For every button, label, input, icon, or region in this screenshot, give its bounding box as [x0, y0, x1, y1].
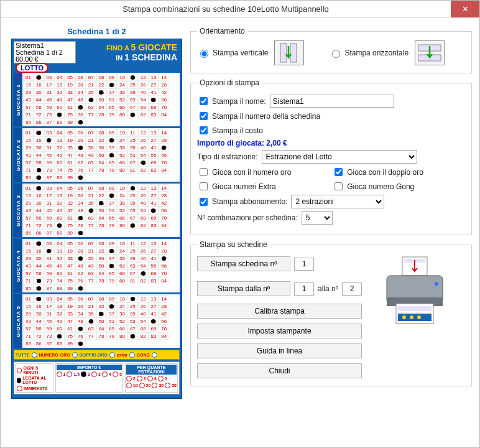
orient-vertical[interactable]: Stampa verticale — [197, 48, 268, 58]
abbonamento-check[interactable]: Stampa abbonamento: — [197, 196, 287, 208]
doppio-oro-check[interactable]: Gioca con il doppio oro — [332, 166, 463, 178]
print-options-group: Opzioni di stampa Stampa il nome: Stampa… — [190, 78, 472, 235]
svg-point-8 — [435, 282, 438, 286]
ticket-info: Sistema1 Schedina 1 di 2 60,00 € — [14, 41, 76, 63]
numero-oro-check[interactable]: Gioca con il numero oro — [197, 166, 328, 178]
ticket-footer: OGNI 5 MINUTI LEGATA AL LOTTO IMMEDIATA … — [14, 362, 180, 394]
close-button[interactable]: ✕ — [451, 1, 479, 17]
ticket-preview: Sistema1 Schedina 1 di 2 60,00 € FINO A … — [11, 39, 182, 399]
svg-rect-0 — [280, 44, 287, 62]
combinazioni-label: Nº combinazioni per schedina: — [197, 213, 298, 222]
stampa-schedina-n-button[interactable]: Stampa schedina nº — [197, 256, 290, 271]
stampa-schedine-group: Stampa su schedine Stampa schedina nº St… — [190, 240, 472, 386]
svg-rect-1 — [290, 44, 297, 62]
importo-label: Importo di giocata: 2,00 € — [197, 139, 287, 147]
stampa-dalla-button[interactable]: Stampa dalla nº — [197, 281, 290, 296]
orient-horizontal[interactable]: Stampa orizzontale — [329, 48, 408, 58]
svg-point-12 — [402, 315, 406, 319]
window-title: Stampa combinazioni su schedine 10eLotto… — [1, 4, 451, 14]
tipo-estr-label: Tipo di estrazione: — [197, 152, 258, 161]
printer-icon — [374, 254, 455, 329]
svg-point-14 — [417, 315, 421, 319]
alla-input[interactable] — [342, 282, 362, 296]
combinazioni-select[interactable]: 5 — [302, 211, 333, 225]
numeri-extra-check[interactable]: Gioca numeri Extra — [197, 180, 328, 192]
numero-gong-check[interactable]: Gioca numero Gong — [332, 180, 463, 192]
dalla-input[interactable] — [294, 282, 314, 296]
calibra-button[interactable]: Calibra stampa — [197, 304, 362, 319]
stampa-nome-check[interactable]: Stampa il nome: — [197, 95, 266, 107]
alla-label: alla nº — [318, 284, 338, 293]
ticket-caption: Schedina 1 di 2 — [67, 27, 126, 36]
nome-input[interactable] — [270, 95, 394, 108]
guida-button[interactable]: Guida in linea — [197, 343, 362, 358]
vertical-thumb-icon — [274, 40, 304, 65]
schedina-n-input[interactable] — [294, 258, 314, 271]
abbonamento-select[interactable]: 2 estrazioni — [291, 195, 384, 208]
imposta-stampante-button[interactable]: Imposta stampante — [197, 324, 362, 338]
horizontal-thumb-icon — [415, 40, 445, 65]
stampa-numero-check[interactable]: Stampa il numero della schedina — [197, 110, 320, 122]
lotto-logo: LOTTO — [16, 63, 48, 73]
options-strip: TUTTE NUMEROORO DOPPIO ORO extra GONG — [14, 350, 180, 360]
tipo-estr-select[interactable]: Estrazione del Lotto — [262, 150, 417, 164]
chiudi-button[interactable]: Chiudi — [197, 363, 362, 378]
orientation-group: Orientamento Stampa verticale Stampa ori… — [190, 27, 472, 73]
stampa-costo-check[interactable]: Stampa il costo — [197, 124, 263, 136]
svg-rect-10 — [398, 306, 432, 311]
svg-point-13 — [410, 315, 413, 319]
